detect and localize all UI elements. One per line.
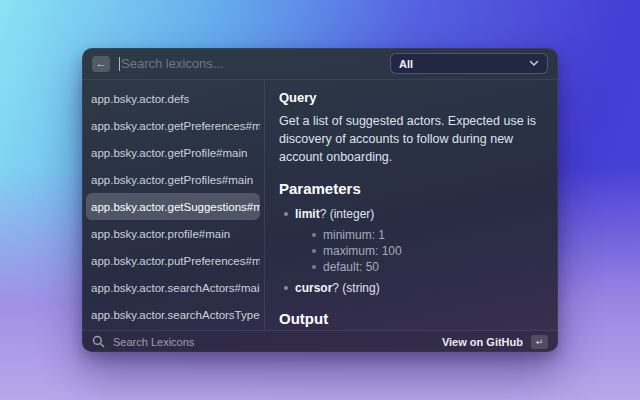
- main-area: app.bsky.actor.defs app.bsky.actor.getPr…: [82, 80, 558, 330]
- constraint-item: minimum: 1: [309, 227, 544, 243]
- constraint-item: default: 50: [309, 259, 544, 275]
- lexicon-item[interactable]: app.bsky.actor.defs: [86, 85, 260, 112]
- lexicon-type-heading: Query: [279, 90, 544, 106]
- constraint-item: maximum: 100: [309, 243, 544, 259]
- lexicon-item[interactable]: app.bsky.actor.getPreferences#main: [86, 112, 260, 139]
- view-on-github-link[interactable]: View on GitHub: [442, 336, 523, 348]
- lexicon-detail-pane[interactable]: Query Get a list of suggested actors. Ex…: [265, 80, 558, 330]
- lexicon-item[interactable]: app.bsky.actor.putPreferences#main: [86, 247, 260, 274]
- parameters-heading: Parameters: [279, 180, 544, 198]
- lexicon-item[interactable]: app.bsky.actor.getProfiles#main: [86, 166, 260, 193]
- back-button[interactable]: ←: [92, 56, 110, 72]
- lexicon-item[interactable]: app.bsky.actor.profile#main: [86, 220, 260, 247]
- text-cursor: [119, 57, 120, 71]
- parameter-type: ? (string): [332, 281, 379, 295]
- chevron-down-icon: [529, 60, 539, 67]
- lexicon-item[interactable]: app.bsky.actor.searchActorsTypeah...: [86, 301, 260, 328]
- parameter-name: cursor: [295, 281, 332, 295]
- search-field-wrap: [119, 56, 381, 71]
- parameter-item: cursor? (string): [279, 280, 544, 296]
- search-input[interactable]: [121, 56, 381, 71]
- parameter-item: limit? (integer) minimum: 1 maximum: 100…: [279, 206, 544, 275]
- search-icon: [92, 335, 105, 348]
- parameter-name: limit: [295, 207, 320, 221]
- parameter-type: ? (integer): [320, 207, 375, 221]
- parameter-constraints: minimum: 1 maximum: 100 default: 50: [309, 227, 544, 275]
- lexicon-item[interactable]: app.bsky.actor.searchActors#main: [86, 274, 260, 301]
- return-key-icon: ↵: [531, 335, 548, 349]
- lexicon-description: Get a list of suggested actors. Expected…: [279, 112, 544, 166]
- lexicon-list: app.bsky.actor.defs app.bsky.actor.getPr…: [82, 80, 265, 330]
- header-bar: ← All: [82, 48, 558, 80]
- filter-dropdown[interactable]: All: [390, 53, 548, 74]
- lexicon-browser-window: ← All app.bsky.actor.defs app.bsky.actor…: [82, 48, 558, 352]
- filter-dropdown-value: All: [399, 58, 413, 70]
- parameters-list: limit? (integer) minimum: 1 maximum: 100…: [279, 206, 544, 296]
- lexicon-item-selected[interactable]: app.bsky.actor.getSuggestions#main: [86, 193, 260, 220]
- footer-search-label[interactable]: Search Lexicons: [113, 336, 434, 348]
- footer-bar: Search Lexicons View on GitHub ↵: [82, 330, 558, 352]
- lexicon-item[interactable]: app.bsky.actor.getProfile#main: [86, 139, 260, 166]
- output-heading: Output: [279, 310, 544, 328]
